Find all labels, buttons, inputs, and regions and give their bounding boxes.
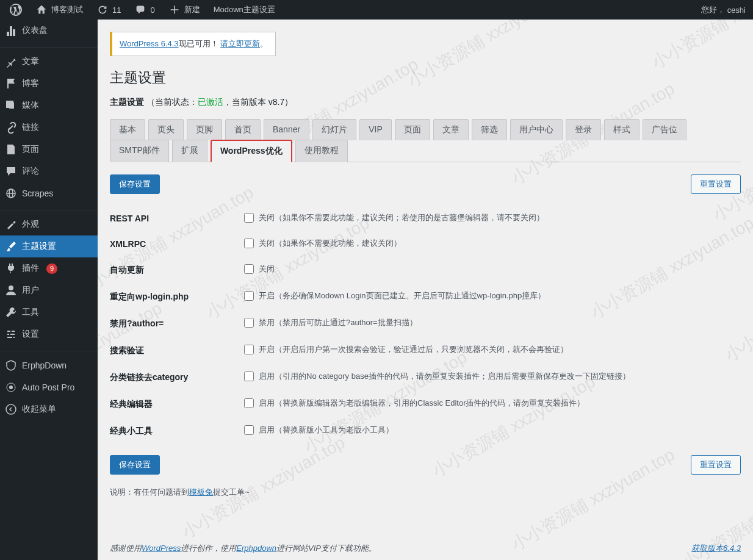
sidebar-item-auto[interactable]: Auto Post Pro	[0, 376, 98, 398]
media-icon	[5, 99, 17, 112]
setting-checkbox[interactable]	[244, 239, 254, 248]
tab-1[interactable]: 页头	[148, 119, 184, 140]
tab-10[interactable]: 用户中心	[510, 119, 563, 140]
site-name-link[interactable]: 博客测试	[31, 0, 88, 20]
theme-settings-link[interactable]: Modown主题设置	[209, 0, 280, 20]
tab-13[interactable]: 广告位	[643, 119, 686, 140]
tab-5[interactable]: 幻灯片	[312, 119, 356, 140]
plugin-icon	[5, 262, 17, 275]
sidebar-item-settings[interactable]: 设置	[0, 323, 98, 345]
tab-12[interactable]: 样式	[604, 119, 640, 140]
setting-checkbox[interactable]	[244, 264, 254, 274]
wp-logo[interactable]	[5, 0, 27, 20]
mobantu-link[interactable]: 模板兔	[189, 487, 213, 497]
reset-button-top[interactable]: 重置设置	[691, 174, 741, 194]
setting-label: 搜索验证	[110, 344, 244, 356]
setting-checkbox[interactable]	[244, 291, 254, 301]
status-activated: 已激活	[198, 97, 223, 107]
sidebar-item-plugin[interactable]: 插件9	[0, 257, 98, 279]
settings-icon	[5, 328, 17, 340]
setting-field: 关闭	[244, 264, 741, 275]
setting-checkbox[interactable]	[244, 425, 254, 435]
sidebar-item-label: 主题设置	[22, 241, 56, 252]
sidebar-item-shield[interactable]: ErphpDown	[0, 354, 98, 376]
help-note: 说明：有任何问题请到模板兔提交工单~	[110, 487, 741, 498]
setting-description: 关闭（如果你不需要此功能，建议关闭；若使用的是古藤堡编辑器，请不要关闭）	[259, 212, 544, 223]
tab-3[interactable]: 首页	[225, 119, 261, 140]
tab-15[interactable]: 扩展	[172, 140, 207, 162]
sidebar-item-label: 页面	[22, 144, 39, 155]
tab-9[interactable]: 筛选	[472, 119, 507, 140]
setting-checkbox[interactable]	[244, 345, 254, 354]
tab-14[interactable]: SMTP邮件	[110, 140, 169, 162]
sidebar-item-label: 链接	[22, 122, 39, 133]
sidebar-item-page[interactable]: 页面	[0, 138, 98, 160]
sidebar-item-pin[interactable]: 文章	[0, 51, 98, 73]
new-content-link[interactable]: 新建	[164, 0, 205, 20]
save-button-top[interactable]: 保存设置	[110, 174, 160, 194]
plus-icon	[168, 4, 181, 16]
tab-16[interactable]: WordPress优化	[211, 140, 292, 162]
setting-field: 关闭（如果你不需要此功能，建议关闭）	[244, 238, 741, 249]
update-now-link[interactable]: 请立即更新	[220, 39, 260, 48]
sidebar-item-scrapes[interactable]: Scrapes	[0, 182, 98, 204]
setting-row: 经典编辑器启用（替换新版编辑器为老版编辑器，引用的Classic Editor插…	[110, 390, 741, 417]
setting-description: 启用（替换新版小工具为老版小工具）	[259, 425, 394, 436]
setting-label: 禁用?author=	[110, 317, 244, 329]
tab-6[interactable]: VIP	[359, 119, 392, 140]
save-button-bottom[interactable]: 保存设置	[110, 455, 160, 475]
sidebar-item-tool[interactable]: 工具	[0, 301, 98, 323]
comments-link[interactable]: 0	[129, 0, 159, 20]
sidebar-item-user[interactable]: 用户	[0, 279, 98, 301]
appearance-icon	[5, 218, 17, 231]
scrapes-icon	[5, 187, 17, 199]
sidebar-item-collapse[interactable]: 收起菜单	[0, 398, 98, 420]
current-user[interactable]: ceshi	[727, 5, 746, 15]
update-icon	[96, 4, 109, 16]
footer-version-link[interactable]: 获取版本6.4.3	[691, 543, 741, 554]
tab-7[interactable]: 页面	[395, 119, 430, 140]
wp-version-link[interactable]: WordPress 6.4.3	[120, 39, 179, 48]
menu-separator	[0, 207, 98, 210]
sidebar-item-link[interactable]: 链接	[0, 117, 98, 138]
sidebar-item-comment[interactable]: 评论	[0, 160, 98, 182]
setting-field: 启用（替换新版小工具为老版小工具）	[244, 425, 741, 436]
setting-label: 自动更新	[110, 264, 244, 276]
shield-icon	[5, 359, 17, 372]
setting-checkbox[interactable]	[244, 372, 254, 381]
setting-checkbox[interactable]	[244, 318, 254, 328]
sidebar-item-media[interactable]: 媒体	[0, 95, 98, 117]
tab-17[interactable]: 使用教程	[295, 140, 348, 162]
sidebar-item-label: Scrapes	[22, 188, 53, 198]
wordpress-icon	[10, 4, 22, 16]
setting-label: 分类链接去category	[110, 371, 244, 383]
setting-description: 启用（替换新版编辑器为老版编辑器，引用的Classic Editor插件的代码，…	[259, 398, 585, 409]
tab-2[interactable]: 页脚	[187, 119, 222, 140]
settings-tabs: 基本页头页脚首页Banner幻灯片VIP页面文章筛选用户中心登录样式广告位SMT…	[110, 119, 741, 162]
update-badge: 9	[46, 264, 57, 274]
tab-11[interactable]: 登录	[566, 119, 601, 140]
svg-point-2	[9, 285, 13, 290]
footer-erphp-link[interactable]: Erphpdown	[236, 544, 276, 553]
link-icon	[5, 121, 17, 134]
tab-8[interactable]: 文章	[433, 119, 469, 140]
sidebar-item-label: 收起菜单	[22, 404, 56, 415]
wp-admin-footer: 感谢使用WordPress进行创作，使用Erphpdown进行网站VIP支付下载…	[110, 543, 741, 554]
sidebar-item-appearance[interactable]: 外观	[0, 214, 98, 235]
setting-checkbox[interactable]	[244, 213, 254, 223]
updates-link[interactable]: 11	[92, 0, 126, 20]
page-icon	[5, 143, 17, 156]
reset-button-bottom[interactable]: 重置设置	[691, 455, 741, 475]
footer-wp-link[interactable]: WordPress	[142, 544, 181, 553]
setting-row: XMLRPC关闭（如果你不需要此功能，建议关闭）	[110, 231, 741, 256]
tab-0[interactable]: 基本	[110, 119, 145, 140]
sidebar-item-label: Auto Post Pro	[22, 382, 74, 392]
sidebar-item-flag[interactable]: 博客	[0, 73, 98, 95]
admin-sidebar: 仪表盘文章博客媒体链接页面评论Scrapes外观主题设置插件9用户工具设置Erp…	[0, 20, 98, 560]
setting-field: 启用（替换新版编辑器为老版编辑器，引用的Classic Editor插件的代码，…	[244, 398, 741, 409]
setting-label: 重定向wp-login.php	[110, 290, 244, 303]
setting-checkbox[interactable]	[244, 398, 254, 408]
sidebar-item-dashboard[interactable]: 仪表盘	[0, 20, 98, 41]
sidebar-item-brush[interactable]: 主题设置	[0, 235, 98, 257]
tab-4[interactable]: Banner	[264, 119, 309, 140]
